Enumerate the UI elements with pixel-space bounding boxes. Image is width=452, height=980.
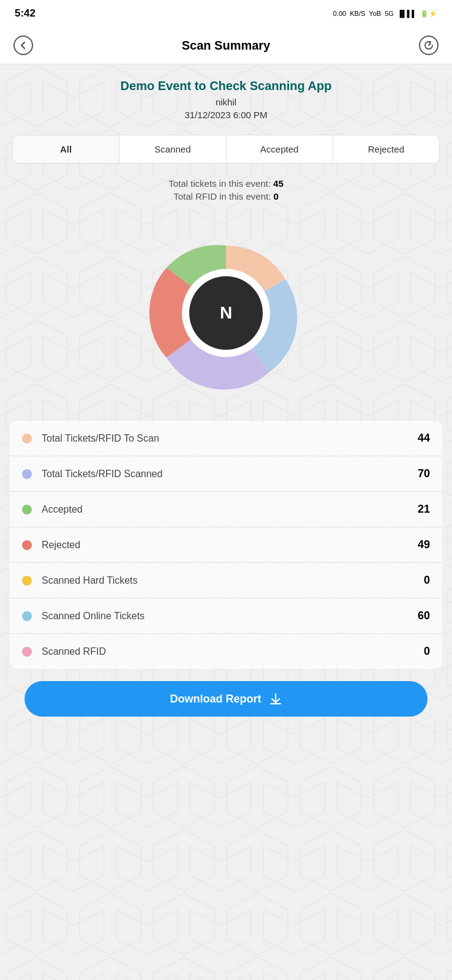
row-scanned-rfid: Scanned RFID 0 bbox=[10, 634, 442, 669]
dot-total-scanned bbox=[22, 469, 32, 479]
tab-scanned[interactable]: Scanned bbox=[119, 135, 226, 163]
value-accepted: 21 bbox=[418, 503, 430, 516]
value-total-scanned: 70 bbox=[418, 467, 430, 480]
dot-hard-tickets bbox=[22, 576, 32, 586]
label-hard-tickets: Scanned Hard Tickets bbox=[42, 575, 424, 586]
label-online-tickets: Scanned Online Tickets bbox=[42, 611, 418, 622]
total-tickets-line: Total tickets in this event: 45 bbox=[12, 178, 440, 189]
row-online-tickets: Scanned Online Tickets 60 bbox=[10, 598, 442, 634]
value-scanned-rfid: 0 bbox=[424, 645, 430, 658]
data-rows: Total Tickets/RFID To Scan 44 Total Tick… bbox=[10, 421, 442, 669]
event-date: 31/12/2023 6:00 PM bbox=[12, 110, 440, 120]
value-total-to-scan: 44 bbox=[418, 432, 430, 445]
dot-accepted bbox=[22, 505, 32, 514]
network-label: KB/S bbox=[350, 10, 365, 17]
donut-chart: N bbox=[134, 221, 318, 405]
dot-rejected bbox=[22, 540, 32, 550]
donut-center-label: N bbox=[189, 276, 263, 350]
download-report-button[interactable]: Download Report bbox=[24, 681, 428, 717]
data-speed: 0.00 bbox=[333, 10, 346, 17]
dot-total-to-scan bbox=[22, 434, 32, 443]
filter-tabs: All Scanned Accepted Rejected bbox=[12, 135, 440, 164]
label-total-scanned: Total Tickets/RFID Scanned bbox=[42, 469, 418, 480]
download-icon bbox=[269, 692, 282, 706]
row-rejected: Rejected 49 bbox=[10, 527, 442, 563]
row-total-scanned: Total Tickets/RFID Scanned 70 bbox=[10, 456, 442, 492]
dot-scanned-rfid bbox=[22, 647, 32, 657]
signal-bars: ▐▌▌▌ bbox=[397, 10, 416, 17]
tab-all[interactable]: All bbox=[13, 135, 119, 163]
value-online-tickets: 60 bbox=[418, 609, 430, 622]
status-icons: 0.00 KB/S YoB 5G ▐▌▌▌ 🔋⚡ bbox=[333, 10, 437, 18]
chart-container: N bbox=[0, 209, 452, 411]
tab-accepted[interactable]: Accepted bbox=[227, 135, 333, 163]
value-rejected: 49 bbox=[418, 538, 430, 551]
value-hard-tickets: 0 bbox=[424, 574, 430, 587]
back-arrow-icon bbox=[13, 36, 33, 55]
refresh-icon bbox=[419, 36, 439, 55]
5g-icon: 5G bbox=[385, 10, 394, 17]
label-accepted: Accepted bbox=[42, 504, 418, 515]
tab-rejected[interactable]: Rejected bbox=[333, 135, 439, 163]
main-content: Demo Event to Check Scanning App nikhil … bbox=[0, 64, 452, 980]
dot-online-tickets bbox=[22, 611, 32, 621]
total-rfid-line: Total RFID in this event: 0 bbox=[12, 191, 440, 202]
refresh-button[interactable] bbox=[418, 34, 440, 56]
status-bar: 5:42 0.00 KB/S YoB 5G ▐▌▌▌ 🔋⚡ bbox=[0, 0, 452, 27]
status-time: 5:42 bbox=[15, 7, 36, 20]
row-accepted: Accepted 21 bbox=[10, 492, 442, 527]
battery-icon: 🔋⚡ bbox=[420, 10, 437, 18]
yob-icon: YoB bbox=[369, 10, 381, 17]
label-total-to-scan: Total Tickets/RFID To Scan bbox=[42, 433, 418, 444]
label-scanned-rfid: Scanned RFID bbox=[42, 646, 424, 657]
stats-summary: Total tickets in this event: 45 Total RF… bbox=[0, 173, 452, 209]
header: Scan Summary bbox=[0, 27, 452, 64]
page-title: Scan Summary bbox=[182, 39, 271, 53]
event-info: Demo Event to Check Scanning App nikhil … bbox=[0, 64, 452, 130]
event-title: Demo Event to Check Scanning App bbox=[12, 79, 440, 93]
row-total-to-scan: Total Tickets/RFID To Scan 44 bbox=[10, 421, 442, 456]
download-button-label: Download Report bbox=[170, 693, 262, 706]
event-user: nikhil bbox=[12, 97, 440, 107]
back-button[interactable] bbox=[12, 34, 34, 56]
row-hard-tickets: Scanned Hard Tickets 0 bbox=[10, 563, 442, 598]
label-rejected: Rejected bbox=[42, 540, 418, 551]
